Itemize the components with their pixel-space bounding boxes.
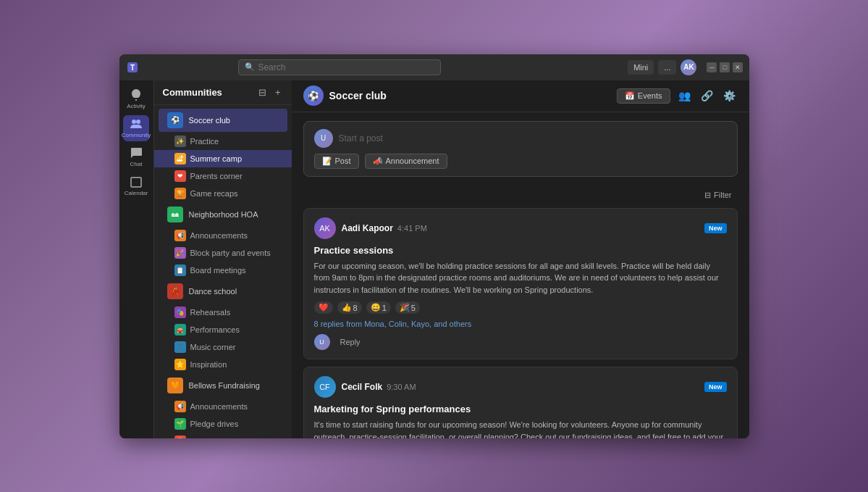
sidebar-item-calendar[interactable]: Calendar [123,173,149,199]
reaction-chip[interactable]: ❤️ [314,301,333,314]
more-button[interactable]: ... [658,60,676,75]
reaction-chip[interactable]: 😄1 [366,301,391,314]
community-bellows[interactable]: 🧡 Bellows Fundraising [159,374,287,397]
post-label: Post [335,157,351,165]
compose-actions: 📝 Post 📣 Announcement [314,154,727,169]
filter-bar: ⊟ Filter [303,185,738,208]
post-1-body: For our upcoming season, we'll be holdin… [314,260,727,296]
compose-placeholder[interactable]: Start a post [339,133,383,143]
community-dance-school-avatar: 💃 [167,283,183,299]
sidebar-item-community[interactable]: Community [123,115,149,141]
sidebar-item-chat[interactable]: Chat [123,144,149,170]
compose-avatar: U [314,129,333,148]
post-1-new-badge: New [704,223,727,233]
post-2-time: 9:30 AM [387,383,416,391]
channel-block-party[interactable]: 🎉 Block party and events [154,244,292,262]
channel-performances-name: Performances [190,325,240,334]
channel-hoa-announcements-name: Announcements [190,231,248,240]
main-content: ⚽ Soccer club 📅 Events 👥 🔗 ⚙️ U [292,80,749,438]
post-1-avatar: AK [314,217,336,239]
announcement-label: Announcement [386,157,439,165]
post-2-title: Marketing for Spring performances [314,404,727,414]
reply-button[interactable]: Reply [334,336,366,348]
channel-hoa-announcements-icon: 📢 [174,230,186,241]
share-button[interactable]: 🔗 [699,88,715,104]
channel-member-recruiting-icon: 😊 [174,435,186,438]
channel-music-corner[interactable]: 🎵 Music corner [154,338,292,356]
community-bellows-name: Bellows Fundraising [189,381,260,390]
community-dance-school[interactable]: 💃 Dance school [159,280,287,303]
channel-pledge-drives[interactable]: 🌱 Pledge drives [154,415,292,433]
community-hoa-name: Neighborhood HOA [189,210,258,219]
channel-rehearsals-icon: 🎭 [174,307,186,318]
channel-pledge-drives-icon: 🌱 [174,418,186,430]
post-icon: 📝 [322,157,332,166]
search-bar[interactable]: 🔍 [238,59,441,75]
channel-practice[interactable]: ✨ Practice [154,133,292,150]
channel-header-name: Soccer club [329,90,387,101]
post-2-new-badge: New [704,382,727,392]
close-button[interactable]: ✕ [733,62,743,72]
add-community-button[interactable]: + [273,86,283,99]
community-soccer-club[interactable]: ⚽ Soccer club [159,109,287,132]
channel-bellows-announcements-icon: 📢 [174,401,186,412]
channel-inspiration-name: Inspiration [190,360,227,369]
mini-button[interactable]: Mini [628,60,654,75]
minimize-button[interactable]: ─ [707,62,717,72]
sidebar-item-activity[interactable]: Activity [123,86,149,112]
mini-label: Mini [633,63,648,72]
channel-game-recaps[interactable]: 🏆 Game recaps [154,185,292,202]
channel-performances[interactable]: 🎪 Performances [154,321,292,338]
channel-inspiration-icon: ⭐ [174,359,186,370]
channel-header: ⚽ Soccer club 📅 Events 👥 🔗 ⚙️ [292,80,749,112]
channel-member-recruiting[interactable]: 😊 Member recruiting [154,433,292,438]
community-soccer-club-avatar: ⚽ [167,112,183,128]
user-avatar[interactable]: AK [681,59,696,75]
channel-practice-icon: ✨ [174,135,186,147]
channel-music-corner-icon: 🎵 [174,341,186,353]
filter-label: Filter [714,191,731,199]
search-icon: 🔍 [245,62,255,72]
post-button[interactable]: 📝 Post [314,154,359,169]
post-2-author: Cecil Folk [342,382,383,392]
svg-rect-4 [131,178,141,187]
post-1-author: Aadi Kapoor [342,223,393,233]
feed: U Start a post 📝 Post 📣 Announcement [292,112,749,438]
community-hoa[interactable]: 🏘 Neighborhood HOA [159,203,287,226]
titlebar-right: Mini ... AK ─ □ ✕ [628,59,743,75]
post-1-time: 4:41 PM [397,224,427,233]
channel-parents-corner[interactable]: ❤ Parents corner [154,167,292,185]
members-button[interactable]: 👥 [676,88,693,104]
post-1-reply-action: U Reply [314,334,727,350]
reply-avatar: U [314,334,330,350]
channel-rehearsals[interactable]: 🎭 Rehearsals [154,304,292,321]
post-2-header: CF Cecil Folk 9:30 AM New [314,376,727,398]
events-button[interactable]: 📅 Events [617,88,670,104]
channel-bellows-announcements[interactable]: 📢 Announcements [154,398,292,415]
announcement-button[interactable]: 📣 Announcement [365,154,447,169]
community-label: Community [122,132,151,138]
calendar-label: Calendar [125,190,148,196]
channel-board-meetings[interactable]: 📋 Board meetings [154,262,292,279]
channel-summer-camp[interactable]: 🏕 Summer camp [154,150,292,167]
channel-block-party-name: Block party and events [190,249,271,257]
channel-game-recaps-name: Game recaps [190,189,238,198]
sidebar-list: ⚽ Soccer club ✨ Practice 🏕 Summer camp ❤… [154,105,292,438]
channel-hoa-announcements[interactable]: 📢 Announcements [154,227,292,244]
settings-button[interactable]: ⚙️ [721,88,738,104]
post-1-title: Practice sessions [314,245,727,256]
reaction-chip[interactable]: 🎉5 [395,301,420,314]
channel-inspiration[interactable]: ⭐ Inspiration [154,356,292,373]
sidebar-actions: ⊟ + [256,86,283,99]
post-2-body: It's time to start raising funds for our… [314,419,727,438]
maximize-button[interactable]: □ [720,62,730,72]
post-1-replies[interactable]: 8 replies from Mona, Colin, Kayo, and ot… [314,320,727,328]
reaction-chip[interactable]: 👍8 [337,301,362,314]
search-input[interactable] [258,62,434,72]
post-card-1: AK Aadi Kapoor 4:41 PM New Practice sess… [303,208,738,360]
filter-sidebar-button[interactable]: ⊟ [256,86,269,99]
post-card-2: CF Cecil Folk 9:30 AM New Marketing for … [303,367,738,438]
filter-button[interactable]: ⊟ Filter [699,188,737,202]
post-1-header: AK Aadi Kapoor 4:41 PM New [314,217,727,239]
channel-performances-icon: 🎪 [174,324,186,335]
